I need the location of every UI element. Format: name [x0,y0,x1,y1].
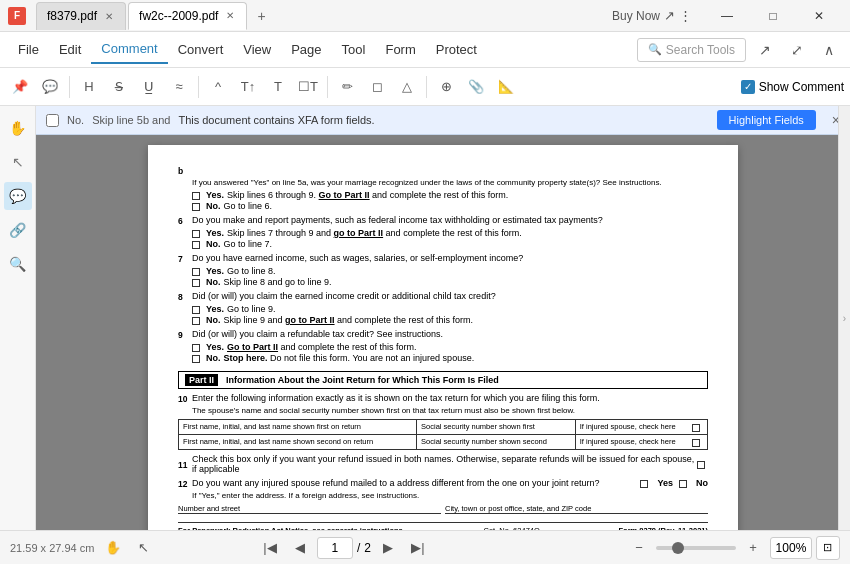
pdf-checkbox-no-stop[interactable] [192,355,200,363]
search-tools-box[interactable]: 🔍 Search Tools [637,38,746,62]
page-number-input[interactable] [317,537,353,559]
measure-button[interactable]: 📐 [492,73,520,101]
line-12-yes-checkbox[interactable] [640,480,648,488]
tab-fw2c[interactable]: fw2c--2009.pdf ✕ [128,2,247,30]
pdf-checkbox-yes-6[interactable] [192,192,200,200]
overflow-icon: ⋮ [679,8,692,23]
toolbar-sep-2 [198,76,199,98]
share-icon: ↗ [664,8,675,23]
highlight-button[interactable]: H [75,73,103,101]
no-label: No [696,478,708,488]
pdf-checkbox-no-6a[interactable] [192,203,200,211]
pdf-scroll-area[interactable]: b If you answered "Yes" on line 5a, was … [36,135,850,530]
share-icon-menu[interactable]: ↗ [752,37,778,63]
xfa-checkbox[interactable] [46,114,59,127]
menu-convert[interactable]: Convert [168,36,234,63]
comment-toolbar: 📌 💬 H S̶ U̲ ≈ ^ T↑ T ☐T ✏ ◻ △ ⊕ 📎 📐 Show… [0,68,850,106]
line-9-num: 9 [178,330,192,340]
stamp-button[interactable]: ⊕ [432,73,460,101]
pdf-checkbox-yes-7[interactable] [192,230,200,238]
sidebar-select-tool[interactable]: ↖ [4,148,32,176]
right-panel-handle[interactable]: › [838,106,850,530]
line-12-no-checkbox[interactable] [679,480,687,488]
expand-icon-menu[interactable]: ⤢ [784,37,810,63]
text-callout-button[interactable]: 💬 [36,73,64,101]
pdf-table: First name, initial, and last name shown… [178,419,708,450]
minimize-button[interactable]: — [704,3,750,29]
line-7-num: 7 [178,254,192,264]
menu-edit[interactable]: Edit [49,36,91,63]
maximize-button[interactable]: □ [750,3,796,29]
menu-protect[interactable]: Protect [426,36,487,63]
pdf-line-marriage: If you answered "Yes" on line 5a, was yo… [178,178,708,187]
injured-checkbox-1[interactable] [692,424,700,432]
pdf-yes-line6: Yes. Skip lines 6 through 9. Go to Part … [178,190,708,200]
show-comment-label: Show Comment [759,80,844,94]
bottom-toolbar: 21.59 x 27.94 cm ✋ ↖ |◀ ◀ / 2 ▶ ▶| − + ⊡ [0,530,850,564]
tab-fw2c-close[interactable]: ✕ [224,9,236,22]
sidebar-hand-tool[interactable]: ✋ [4,114,32,142]
table-cell-ssn1: Social security number shown first [417,420,576,435]
sidebar-comment-panel[interactable]: 💬 [4,182,32,210]
menu-tool[interactable]: Tool [332,36,376,63]
line-6-num: 6 [178,216,192,226]
pdf-checkbox-no-8a[interactable] [192,279,200,287]
page-size-info: 21.59 x 27.94 cm [10,542,94,554]
tab-f8379[interactable]: f8379.pdf ✕ [36,2,126,30]
pdf-checkbox-yes-8[interactable] [192,268,200,276]
underline-button[interactable]: U̲ [135,73,163,101]
highlight-fields-button[interactable]: Highlight Fields [717,110,816,130]
line-11-checkbox[interactable] [697,461,705,469]
hand-tool-button[interactable]: ✋ [100,535,126,561]
eraser-button[interactable]: ◻ [363,73,391,101]
strikethrough-button[interactable]: S̶ [105,73,133,101]
line-10-note: The spouse's name and social security nu… [178,406,708,415]
page-total: 2 [364,541,371,555]
pdf-checkbox-no-7a[interactable] [192,241,200,249]
pdf-line-12: 12 Do you want any injured spouse refund… [178,478,708,489]
textbox-button[interactable]: ☐T [294,73,322,101]
fit-page-button[interactable]: ⊡ [816,536,840,560]
close-button[interactable]: ✕ [796,3,842,29]
table-cell-ssn2: Social security number shown second [417,435,576,450]
menu-comment[interactable]: Comment [91,35,167,64]
prev-page-button[interactable]: ◀ [287,535,313,561]
shapes-button[interactable]: △ [393,73,421,101]
attach-button[interactable]: 📎 [462,73,490,101]
address-number-street: Number and street [178,504,441,514]
chevron-up-icon[interactable]: ∧ [816,37,842,63]
menu-view[interactable]: View [233,36,281,63]
zoom-input[interactable] [770,537,812,559]
zoom-out-button[interactable]: − [626,535,652,561]
cursor-tool-button[interactable]: ↖ [130,535,156,561]
toolbar-sep-4 [426,76,427,98]
sidebar-search-panel[interactable]: 🔍 [4,250,32,278]
next-page-button[interactable]: ▶ [375,535,401,561]
show-comment-checkbox[interactable] [741,80,755,94]
pdf-checkbox-yes-part2[interactable] [192,344,200,352]
menu-form[interactable]: Form [375,36,425,63]
last-page-button[interactable]: ▶| [405,535,431,561]
injured-checkbox-2[interactable] [692,439,700,447]
menu-page[interactable]: Page [281,36,331,63]
pdf-checkbox-yes-9[interactable] [192,306,200,314]
first-page-button[interactable]: |◀ [257,535,283,561]
pdf-checkbox-no-9a[interactable] [192,317,200,325]
new-tab-button[interactable]: + [249,4,273,28]
tab-f8379-label: f8379.pdf [47,9,97,23]
window-controls: — □ ✕ [704,3,842,29]
pencil-button[interactable]: ✏ [333,73,361,101]
insert-text-button[interactable]: T↑ [234,73,262,101]
tab-f8379-close[interactable]: ✕ [103,10,115,23]
line-12-num: 12 [178,479,192,489]
yes-no-container: Yes No [640,478,708,488]
sticky-note-button[interactable]: 📌 [6,73,34,101]
menu-file[interactable]: File [8,36,49,63]
caret-button[interactable]: ^ [204,73,232,101]
sidebar-link-panel[interactable]: 🔗 [4,216,32,244]
squiggly-button[interactable]: ≈ [165,73,193,101]
zoom-in-button[interactable]: + [740,535,766,561]
zoom-slider[interactable] [656,546,736,550]
pdf-no-line7a: No. Go to line 7. [178,239,708,249]
typewriter-button[interactable]: T [264,73,292,101]
